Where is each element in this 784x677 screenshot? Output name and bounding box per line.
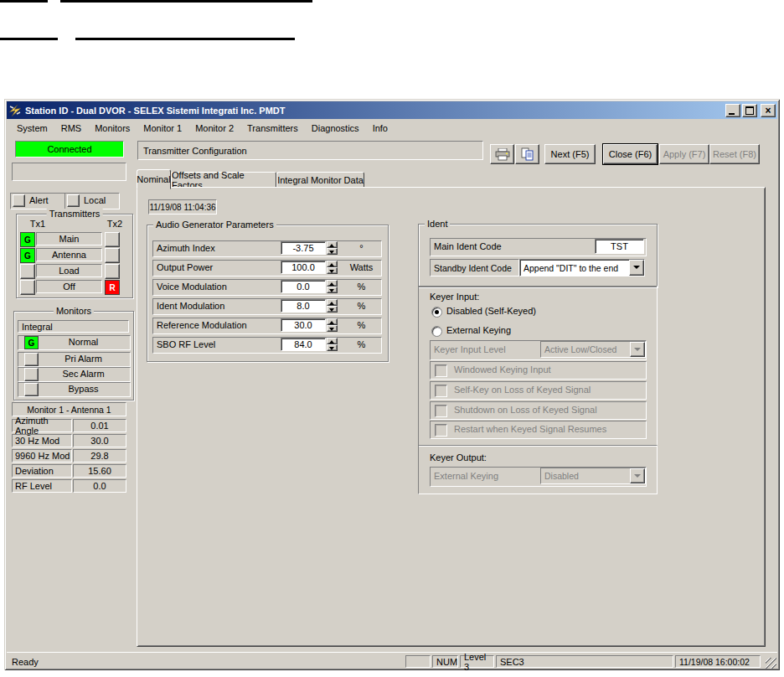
print-button[interactable] [490,144,514,164]
transmitter-main-button[interactable]: Main [36,232,102,245]
menu-info[interactable]: Info [366,121,395,135]
spin-down-icon[interactable] [327,267,338,274]
standby-ident-code-label: Standby Ident Code [430,259,519,276]
menu-monitor-1[interactable]: Monitor 1 [137,121,188,135]
param-spinner[interactable] [327,318,338,332]
main-ident-code-input[interactable]: TST [595,239,644,254]
tx1-load-lamp [20,264,35,279]
spin-up-icon[interactable] [327,299,338,306]
keyer-output-label: External Keying [434,468,498,484]
external-keying-radio[interactable] [431,326,442,337]
param-value-input[interactable]: 30.0 [281,318,326,332]
monitor1-row-value: 0.01 [73,419,126,432]
close-f6-button[interactable]: Close (F6) [603,144,658,164]
transmitter-off-button[interactable]: Off [36,280,102,293]
ident-group: Ident Main Ident Code TST Standby Ident … [418,224,658,287]
chevron-down-icon[interactable] [629,260,644,276]
param-value-input[interactable]: 0.0 [281,280,326,293]
monitor1-row-label: Azimuth Angle [12,419,72,432]
menu-diagnostics[interactable]: Diagnostics [305,121,366,135]
spin-down-icon[interactable] [327,287,338,293]
spin-down-icon[interactable] [327,325,338,332]
param-spinner[interactable] [327,261,338,274]
param-label: Ident Modulation [157,299,224,313]
keyer-input-level-select: Active Low/Closed [540,341,646,358]
param-value-input[interactable]: 8.0 [281,299,326,313]
title-bar[interactable]: Station ID - Dual DVOR - SELEX Sistemi I… [7,101,777,119]
monitor1-row-label: 30 Hz Mod [12,434,72,447]
spin-up-icon[interactable] [327,280,338,287]
monitor1-row-value: 30.0 [73,434,126,447]
self-key-on-loss-row: Self-Key on Loss of Keyed Signal [430,381,647,400]
apply-button: Apply (F7) [659,144,709,164]
param-row-azimuth-index: Azimuth Index -3.75 ° [152,240,382,257]
menu-system[interactable]: System [10,121,54,135]
param-spinner[interactable] [327,299,338,313]
tab-nominal[interactable]: Nominal [137,169,171,189]
keyer-disabled-radio-label[interactable]: Disabled (Self-Keyed) [446,305,536,317]
monitor1-row-value: 29.8 [73,449,126,463]
spin-up-icon[interactable] [327,241,338,248]
monitor-sec-alarm-row: Sec Alarm [18,367,131,382]
param-spinner[interactable] [327,280,338,293]
document-rule-line [0,0,48,3]
param-value-input[interactable]: -3.75 [281,241,326,255]
status-pane-empty [405,655,431,668]
spin-up-icon[interactable] [327,318,338,325]
menu-transmitters[interactable]: Transmitters [240,121,305,135]
tab-offsets-and-scale-factors[interactable]: Offsets and Scale Factors [171,172,276,189]
next-button[interactable]: Next (F5) [544,144,596,164]
minimize-button[interactable] [725,104,740,117]
keyer-input-level-value: Active Low/Closed [541,344,630,354]
copy-button[interactable] [515,144,539,164]
resize-grip[interactable] [766,658,776,669]
chevron-down-icon [630,468,645,483]
menu-monitors[interactable]: Monitors [88,121,137,135]
param-unit: ° [343,241,380,255]
transmitter-load-button[interactable]: Load [36,264,102,277]
transmitters-group-title: Transmitters [47,209,103,219]
param-value-input[interactable]: 100.0 [281,261,326,274]
audio-generator-group: Audio Generator Parameters Azimuth Index… [147,225,389,362]
menu-rms[interactable]: RMS [54,121,88,135]
tx2-off-lamp: R [105,280,120,295]
spin-up-icon[interactable] [327,261,338,267]
standby-ident-code-select[interactable]: Append "DIT" to the end [519,259,645,276]
keyer-disabled-radio[interactable] [431,307,442,318]
keyer-output-row: External Keying Disabled [430,467,647,487]
status-ready: Ready [12,655,39,668]
tab-integral-monitor-data[interactable]: Integral Monitor Data [276,172,364,189]
maximize-button[interactable] [742,104,757,117]
alert-lamp [13,194,25,207]
monitor-bypass-label: Bypass [37,383,130,395]
monitor-bypass-row: Bypass [18,382,131,397]
status-level: Level 3 [460,655,494,668]
transmitter-antenna-button[interactable]: Antenna [36,248,102,261]
shutdown-on-loss-label: Shutdown on Loss of Keyed Signal [454,402,597,417]
windowed-keying-label: Windowed Keying Input [454,362,551,377]
spin-down-icon[interactable] [327,248,338,255]
param-unit: % [343,280,380,293]
param-spinner[interactable] [327,241,338,255]
audio-generator-group-title: Audio Generator Parameters [153,220,276,230]
status-datetime: 11/19/08 16:00:02 [675,655,761,668]
tx1-column-header: Tx1 [23,218,52,230]
spin-down-icon[interactable] [327,306,338,313]
param-unit: % [343,299,380,313]
monitor-sec-alarm-label: Sec Alarm [37,368,130,380]
menu-monitor-2[interactable]: Monitor 2 [188,121,240,135]
param-value-input[interactable]: 84.0 [281,338,326,351]
param-row-ident-modulation: Ident Modulation 8.0 % [152,298,382,315]
param-row-output-power: Output Power 100.0 Watts [152,260,382,276]
status-num: NUM [432,655,458,668]
param-spinner[interactable] [327,338,338,351]
close-button[interactable]: × [761,104,776,117]
external-keying-radio-label[interactable]: External Keying [446,324,511,336]
tx2-antenna-lamp [105,248,120,263]
spin-up-icon[interactable] [327,338,338,344]
monitor1-row-label: Deviation [12,464,72,478]
spin-down-icon[interactable] [327,344,338,351]
alert-indicator-group: Alert [10,193,65,209]
monitor-pri-alarm-label: Pri Alarm [37,353,130,364]
keyer-output-select: Disabled [540,468,646,484]
